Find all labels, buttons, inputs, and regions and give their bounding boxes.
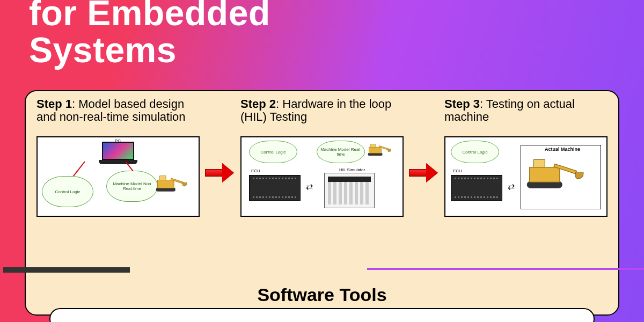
laptop-icon <box>99 142 137 166</box>
step-1-label: Step 1 <box>36 97 72 111</box>
actual-machine-box: Actual Machine <box>521 145 601 209</box>
cloud-label: Control Logic <box>55 189 80 194</box>
accent-bar <box>367 268 644 270</box>
excavator-icon <box>157 180 175 192</box>
hil-label: HIL Simulator <box>339 167 365 172</box>
excavator-icon <box>529 167 562 188</box>
bidirectional-arrow-icon: ⇄ <box>508 181 513 192</box>
control-logic-cloud: Control Logic <box>451 141 499 163</box>
title-line-1: for Embedded <box>29 0 270 33</box>
step-1-heading: Step 1: Model based design and non-real-… <box>36 98 200 136</box>
step-3: Step 3: Testing on actual machine Contro… <box>444 98 608 217</box>
control-logic-cloud: Control Logic <box>249 141 297 163</box>
steps-row: Step 1: Model based design and non-real-… <box>36 98 608 217</box>
control-logic-cloud: Control Logic <box>42 176 93 207</box>
excavator-icon <box>369 147 382 156</box>
ecu-icon <box>451 175 502 201</box>
step-2-label: Step 2 <box>240 97 276 111</box>
step-3-heading: Step 3: Testing on actual machine <box>444 98 608 136</box>
bidirectional-arrow-icon: ⇄ <box>306 181 311 192</box>
cloud-label: Control Logic <box>462 150 487 155</box>
step-3-box: Control Logic ECU ⇄ Actual Machine <box>444 136 608 217</box>
arrow-2 <box>408 162 440 184</box>
ecu-icon <box>249 175 301 201</box>
step-1-box: PC Control Logic Machine Model Non Real-… <box>36 136 200 217</box>
step-1: Step 1: Model based design and non-real-… <box>36 98 200 217</box>
actual-machine-label: Actual Machine <box>545 147 580 152</box>
diagram-panel: Step 1: Model based design and non-real-… <box>25 90 619 316</box>
step-3-label: Step 3 <box>444 97 480 111</box>
step-2-heading: Step 2: Hardware in the loop (HIL) Testi… <box>240 98 404 136</box>
step-2: Step 2: Hardware in the loop (HIL) Testi… <box>240 98 404 217</box>
arrow-1 <box>204 162 236 184</box>
cloud-label: Machine Model Non Real-time <box>108 181 156 191</box>
title-line-2: Systems <box>29 30 177 70</box>
arrow-right-icon <box>205 162 235 184</box>
software-tools-box <box>49 308 595 322</box>
page-title: for Embedded Systems <box>0 0 644 69</box>
cloud-label: Machine Model Real-time <box>318 147 363 157</box>
software-tools-heading: Software Tools <box>26 284 618 305</box>
hil-simulator-icon <box>324 173 375 208</box>
step-2-box: Control Logic Machine Model Real-time EC… <box>240 136 404 217</box>
ecu-label: ECU <box>453 169 462 173</box>
divider-bar <box>3 267 130 273</box>
ecu-label: ECU <box>251 169 260 173</box>
machine-model-cloud: Machine Model Real-time <box>317 141 365 163</box>
cloud-label: Control Logic <box>260 150 286 155</box>
arrow-right-icon <box>409 162 439 184</box>
machine-model-cloud: Machine Model Non Real-time <box>106 171 158 202</box>
